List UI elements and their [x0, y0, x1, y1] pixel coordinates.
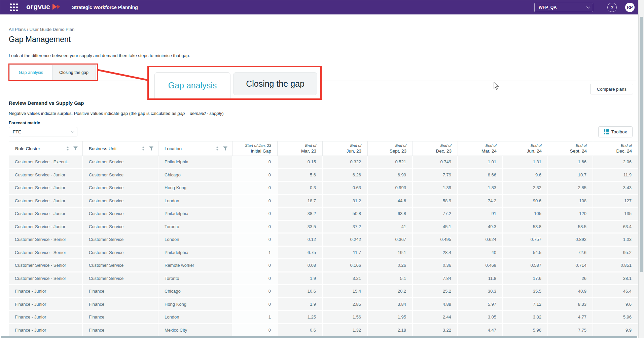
cell-gap-value: 0 — [232, 169, 278, 182]
table-row: Customer Service - JuniorCustomer Servic… — [9, 195, 638, 208]
sort-icon[interactable] — [66, 146, 69, 151]
cell-gap-value: 10.7 — [548, 169, 593, 182]
cell-gap-value: 0.469 — [458, 259, 503, 272]
cell-gap-value: 0 — [232, 298, 278, 311]
cell-gap-value: 0 — [232, 234, 278, 247]
cell-gap-value: 63.8 — [368, 208, 413, 221]
cell-role-cluster: Finance - Junior — [9, 285, 83, 298]
cell-gap-value: 1.03 — [593, 234, 638, 247]
top-navigation-bar: orgvue Strategic Workforce Planning WFP_… — [0, 0, 644, 14]
compare-plans-button[interactable]: Compare plans — [590, 84, 633, 94]
table-row: Customer Service - JuniorCustomer Servic… — [9, 182, 638, 195]
sort-icon[interactable] — [216, 146, 219, 151]
cell-gap-value: 26 — [548, 272, 593, 286]
column-header-location: Location — [158, 141, 232, 156]
cell-role-cluster: Customer Service - Junior — [9, 221, 83, 234]
cell-business-unit: Finance — [83, 324, 158, 337]
cell-gap-value: 58.9 — [413, 195, 458, 208]
cell-gap-value: 0.714 — [548, 259, 593, 272]
cell-gap-value: 5.1 — [368, 272, 413, 286]
cell-gap-value: 9.9 — [593, 324, 638, 337]
column-header-period: End ofJun, 23 — [323, 141, 368, 156]
avatar-initials: RP — [627, 5, 633, 10]
table-row: Customer Service - JuniorCustomer Servic… — [9, 169, 638, 182]
cell-gap-value: 0.993 — [368, 182, 413, 195]
cell-business-unit: Customer Service — [83, 156, 158, 169]
breadcrumb-all-plans[interactable]: All Plans — [9, 27, 26, 32]
cell-gap-value: 2.44 — [413, 311, 458, 324]
cell-gap-value: 0 — [232, 182, 278, 195]
cell-gap-value: 0.12 — [278, 234, 323, 247]
filter-icon[interactable] — [73, 146, 78, 151]
logo-arrow-small-icon — [57, 5, 60, 9]
sort-icon[interactable] — [142, 146, 145, 151]
tab-bar-divider — [8, 81, 636, 81]
cell-gap-value: 2.85 — [548, 182, 593, 195]
orgvue-logo: orgvue — [26, 3, 60, 11]
cell-location: Chicago — [158, 285, 232, 298]
cell-gap-value: 0.587 — [503, 259, 548, 272]
cell-gap-value: 3.21 — [323, 272, 368, 286]
cell-gap-value: 30.3 — [458, 285, 503, 298]
column-header-period: End ofMar, 23 — [278, 141, 323, 156]
app-title: Strategic Workforce Planning — [72, 5, 138, 10]
cell-gap-value: 1.9 — [278, 272, 323, 286]
cell-gap-value: 0 — [232, 208, 278, 221]
tab-gap-analysis[interactable]: Gap analysis — [9, 65, 52, 80]
cell-gap-value: 1.25 — [278, 311, 323, 324]
breadcrumb-current-plan[interactable]: User Guide Demo Plan — [29, 27, 74, 32]
filter-icon[interactable] — [149, 146, 153, 151]
cell-gap-value: 8.66 — [458, 169, 503, 182]
cell-gap-value: 5.96 — [503, 324, 548, 337]
cell-role-cluster: Customer Service - Senior — [9, 272, 83, 286]
cell-gap-value: 1.31 — [503, 156, 548, 169]
cell-location: Chicago — [158, 169, 232, 182]
cell-gap-value: 1.39 — [413, 182, 458, 195]
cell-gap-value: 3.43 — [593, 182, 638, 195]
table-row: Customer Service - JuniorCustomer Servic… — [9, 208, 638, 221]
user-avatar[interactable]: RP — [625, 3, 635, 12]
cell-role-cluster: Customer Service - Junior — [9, 182, 83, 195]
cell-gap-value: 35.5 — [503, 285, 548, 298]
cell-gap-value: 11.8 — [458, 272, 503, 286]
period-subtitle: End of — [486, 143, 497, 148]
cell-gap-value: 91 — [458, 208, 503, 221]
app-grid-menu-icon[interactable] — [10, 3, 19, 12]
help-button[interactable]: ? — [607, 3, 617, 12]
cell-gap-value: 90.6 — [503, 195, 548, 208]
toolbox-button[interactable]: Toolbox — [598, 126, 633, 137]
cell-role-cluster: Finance - Junior — [9, 298, 83, 311]
cell-gap-value: 7.12 — [503, 298, 548, 311]
table-row: Customer Service - SeniorCustomer Servic… — [9, 234, 638, 247]
cell-gap-value: 0.15 — [278, 156, 323, 169]
cell-gap-value: 53.8 — [503, 221, 548, 234]
period-title: Mar, 24 — [481, 148, 497, 154]
cell-gap-value: 3.05 — [458, 311, 503, 324]
cell-gap-value: 72.6 — [548, 247, 593, 260]
filter-icon[interactable] — [223, 146, 227, 151]
chevron-down-icon — [71, 129, 74, 133]
tab-closing-the-gap[interactable]: Closing the gap — [52, 65, 96, 80]
mouse-cursor — [493, 82, 500, 90]
cell-location: Philadelphia — [158, 247, 232, 260]
cell-location: London — [158, 195, 232, 208]
vertical-scrollbar-thumb[interactable] — [640, 17, 643, 272]
tab-bar: Gap analysis Closing the gap — [9, 65, 96, 80]
table-row: Finance - JuniorFinanceLondon11.251.561.… — [9, 311, 638, 324]
horizontal-scrollbar-thumb[interactable] — [1, 336, 637, 338]
note-close: ) — [222, 111, 223, 116]
cell-gap-value: 1.95 — [368, 311, 413, 324]
cell-business-unit: Finance — [83, 311, 158, 324]
cell-gap-value: 0.624 — [458, 234, 503, 247]
cell-gap-value: 0.26 — [368, 259, 413, 272]
cell-gap-value: 58.5 — [548, 221, 593, 234]
cell-location: Remote worker — [158, 259, 232, 272]
cell-gap-value: 120 — [548, 208, 593, 221]
cell-gap-value: 3.84 — [368, 298, 413, 311]
cell-business-unit: Customer Service — [83, 247, 158, 260]
cell-gap-value: 54.5 — [503, 247, 548, 260]
forecast-metric-select[interactable]: FTE — [9, 127, 77, 136]
annotation-zoom-inset: Gap analysis Closing the gap — [147, 66, 322, 100]
workspace-select[interactable]: WFP_QA — [534, 3, 593, 12]
cell-gap-value: 11.9 — [593, 169, 638, 182]
